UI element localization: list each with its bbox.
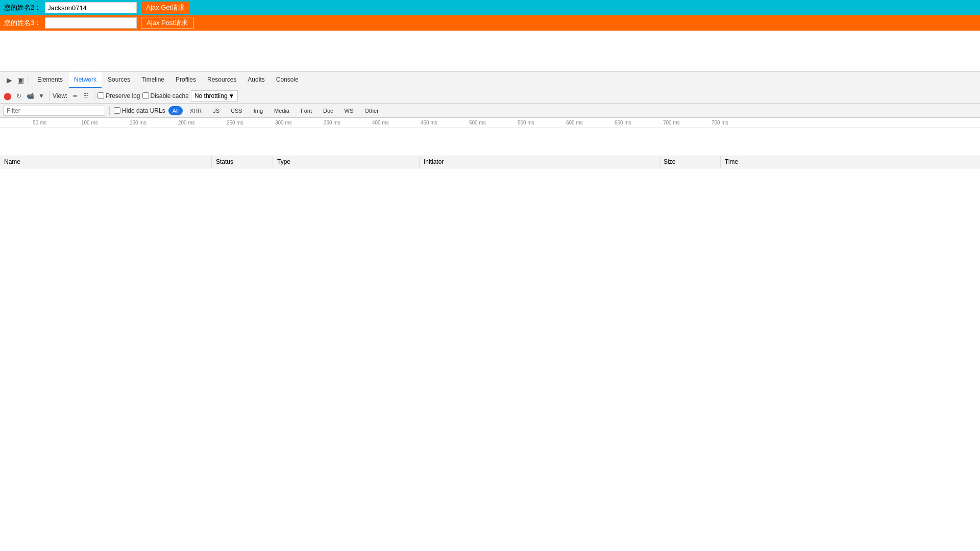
filter-css-button[interactable]: CSS (227, 106, 247, 115)
disable-cache-checkbox[interactable] (142, 92, 149, 99)
tick-550: 550 ms (516, 120, 564, 126)
toolbar-sep1 (49, 91, 50, 101)
tick-150: 150 ms (128, 120, 176, 126)
tab-profiles[interactable]: Profiles (170, 72, 201, 88)
tab-elements[interactable]: Elements (32, 72, 68, 88)
filter-font-button[interactable]: Font (297, 106, 316, 115)
hide-data-urls-checkbox[interactable] (114, 107, 120, 114)
table-body (0, 168, 980, 474)
filter-all-button[interactable]: All (168, 106, 183, 115)
get-input[interactable] (45, 2, 137, 13)
tab-network[interactable]: Network (69, 72, 102, 88)
post-input[interactable] (45, 17, 137, 29)
tick-600: 600 ms (564, 120, 612, 126)
filter-xhr-button[interactable]: XHR (186, 106, 206, 115)
group-view-button[interactable]: ☷ (82, 91, 91, 101)
view-label: View: (53, 92, 67, 99)
filter-js-button[interactable]: JS (209, 106, 224, 115)
clear-button[interactable]: ↻ (14, 91, 23, 101)
record-button[interactable]: ⬤ (3, 91, 12, 101)
timeline-chart (0, 128, 980, 156)
col-header-initiator[interactable]: Initiator (420, 156, 659, 168)
timeline-ticks: 50 ms 100 ms 150 ms 200 ms 250 ms 300 ms… (0, 118, 980, 128)
network-toolbar: ⬤ ↻ 📹 ▼ View: ═ ☷ Preserve log Disable (0, 88, 980, 104)
page-spacer (0, 31, 980, 71)
tick-200: 200 ms (176, 120, 225, 126)
throttle-chevron-icon: ▼ (229, 92, 235, 99)
tick-350: 350 ms (322, 120, 370, 126)
filter-media-button[interactable]: Media (270, 106, 293, 115)
tick-300: 300 ms (273, 120, 322, 126)
tick-250: 250 ms (225, 120, 273, 126)
tab-timeline[interactable]: Timeline (136, 72, 169, 88)
tick-100: 100 ms (79, 120, 128, 126)
col-header-size[interactable]: Size (659, 156, 721, 168)
tick-50: 50 ms (31, 120, 79, 126)
filter-ws-button[interactable]: WS (340, 106, 358, 115)
filter-sep (109, 106, 110, 115)
col-header-status[interactable]: Status (212, 156, 273, 168)
tick-700: 700 ms (661, 120, 709, 126)
filter-input[interactable] (3, 106, 105, 116)
filter-bar: Hide data URLs All XHR JS CSS Img Media … (0, 104, 980, 118)
devtools-tab-bar: ▶ ▣ Elements Network Sources Timeline Pr… (0, 72, 980, 88)
col-header-type[interactable]: Type (273, 156, 420, 168)
tick-750: 750 ms (709, 120, 758, 126)
filter-doc-button[interactable]: Doc (319, 106, 337, 115)
tick-500: 500 ms (467, 120, 516, 126)
filter-other-button[interactable]: Other (360, 106, 383, 115)
cursor-icon[interactable]: ▶ (4, 75, 14, 85)
tick-650: 650 ms (612, 120, 661, 126)
tick-450: 450 ms (419, 120, 467, 126)
toolbar-sep2 (94, 91, 94, 101)
preserve-log-checkbox[interactable] (97, 92, 104, 99)
page-area: 您的姓名2： Ajax Get请求 您的姓名3： Ajax Post请求 ▶ ▣… (0, 0, 980, 474)
tab-separator (29, 75, 29, 85)
post-row: 您的姓名3： Ajax Post请求 (0, 15, 980, 31)
hide-data-urls-label[interactable]: Hide data URLs (114, 107, 165, 114)
tab-resources[interactable]: Resources (202, 72, 241, 88)
throttle-select[interactable]: No throttling ▼ (191, 90, 238, 102)
col-header-time[interactable]: Time (721, 156, 980, 168)
tab-console[interactable]: Console (271, 72, 304, 88)
devtools-panel: ▶ ▣ Elements Network Sources Timeline Pr… (0, 71, 980, 474)
post-button[interactable]: Ajax Post请求 (141, 17, 193, 29)
post-label: 您的姓名3： (4, 18, 41, 28)
get-button[interactable]: Ajax Get请求 (141, 2, 190, 14)
get-row: 您的姓名2： Ajax Get请求 (0, 0, 980, 15)
filter-icon[interactable]: ▼ (37, 91, 46, 101)
camera-icon[interactable]: 📹 (26, 91, 35, 101)
throttle-label: No throttling (194, 92, 228, 99)
filter-img-button[interactable]: Img (250, 106, 267, 115)
disable-cache-label[interactable]: Disable cache (142, 92, 189, 99)
tab-audits[interactable]: Audits (242, 72, 270, 88)
phone-icon[interactable]: ▣ (15, 75, 26, 85)
tick-400: 400 ms (370, 120, 419, 126)
list-view-button[interactable]: ═ (70, 91, 80, 101)
tab-sources[interactable]: Sources (103, 72, 135, 88)
col-header-name[interactable]: Name (0, 156, 212, 168)
preserve-log-label[interactable]: Preserve log (97, 92, 140, 99)
table-header: Name Status Type Initiator Size Time (0, 156, 980, 168)
get-label: 您的姓名2： (4, 3, 41, 12)
